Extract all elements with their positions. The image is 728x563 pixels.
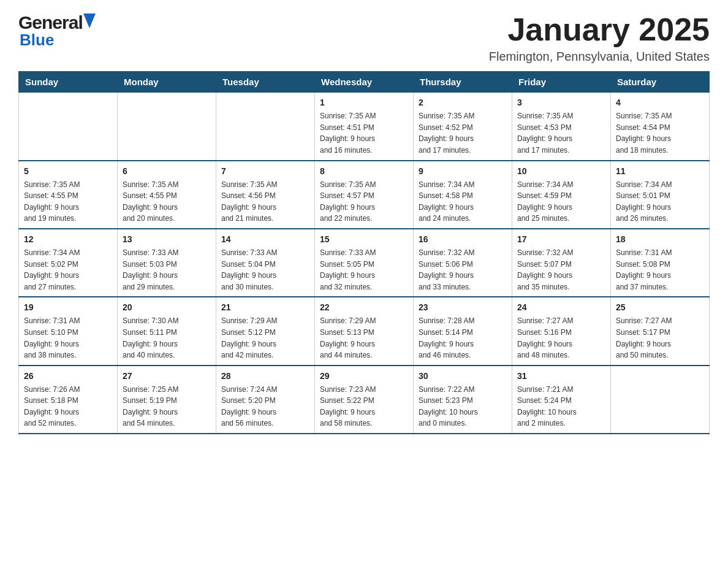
calendar-cell: 20Sunrise: 7:30 AM Sunset: 5:11 PM Dayli… xyxy=(118,297,216,365)
day-info: Sunrise: 7:29 AM Sunset: 5:13 PM Dayligh… xyxy=(320,315,408,361)
calendar-title: January 2025 xyxy=(489,12,710,47)
calendar-cell: 7Sunrise: 7:35 AM Sunset: 4:56 PM Daylig… xyxy=(216,161,315,229)
calendar-cell: 14Sunrise: 7:33 AM Sunset: 5:04 PM Dayli… xyxy=(216,229,315,297)
day-number: 20 xyxy=(123,301,211,314)
day-info: Sunrise: 7:22 AM Sunset: 5:23 PM Dayligh… xyxy=(419,384,507,429)
day-number: 22 xyxy=(320,301,408,314)
day-number: 6 xyxy=(123,165,211,178)
day-number: 31 xyxy=(517,370,605,383)
day-info: Sunrise: 7:35 AM Sunset: 4:55 PM Dayligh… xyxy=(123,179,211,224)
calendar-table: SundayMondayTuesdayWednesdayThursdayFrid… xyxy=(18,71,710,434)
calendar-cell: 24Sunrise: 7:27 AM Sunset: 5:16 PM Dayli… xyxy=(512,297,611,365)
day-number: 1 xyxy=(320,96,408,109)
day-info: Sunrise: 7:21 AM Sunset: 5:24 PM Dayligh… xyxy=(517,384,605,429)
day-info: Sunrise: 7:28 AM Sunset: 5:14 PM Dayligh… xyxy=(419,315,507,361)
logo-blue-text: Blue xyxy=(18,31,54,50)
calendar-cell: 26Sunrise: 7:26 AM Sunset: 5:18 PM Dayli… xyxy=(19,366,118,434)
day-number: 23 xyxy=(419,301,507,314)
day-number: 4 xyxy=(616,96,704,109)
calendar-cell: 29Sunrise: 7:23 AM Sunset: 5:22 PM Dayli… xyxy=(315,366,414,434)
day-number: 8 xyxy=(320,165,408,178)
day-number: 17 xyxy=(517,233,605,246)
calendar-cell: 13Sunrise: 7:33 AM Sunset: 5:03 PM Dayli… xyxy=(118,229,216,297)
calendar-cell: 8Sunrise: 7:35 AM Sunset: 4:57 PM Daylig… xyxy=(315,161,414,229)
day-info: Sunrise: 7:31 AM Sunset: 5:08 PM Dayligh… xyxy=(616,247,704,293)
calendar-cell: 21Sunrise: 7:29 AM Sunset: 5:12 PM Dayli… xyxy=(216,297,315,365)
svg-marker-0 xyxy=(83,13,96,28)
day-number: 14 xyxy=(221,233,309,246)
logo: General Blue xyxy=(18,12,96,50)
day-number: 5 xyxy=(24,165,112,178)
day-info: Sunrise: 7:35 AM Sunset: 4:53 PM Dayligh… xyxy=(517,110,605,156)
calendar-cell: 30Sunrise: 7:22 AM Sunset: 5:23 PM Dayli… xyxy=(414,366,512,434)
day-number: 26 xyxy=(24,370,112,383)
day-number: 25 xyxy=(616,301,704,314)
day-header-thursday: Thursday xyxy=(414,72,512,93)
logo-general-text: General xyxy=(18,12,83,33)
day-header-tuesday: Tuesday xyxy=(216,72,315,93)
calendar-cell: 4Sunrise: 7:35 AM Sunset: 4:54 PM Daylig… xyxy=(611,93,710,161)
day-number: 18 xyxy=(616,233,704,246)
day-info: Sunrise: 7:26 AM Sunset: 5:18 PM Dayligh… xyxy=(24,384,112,429)
day-info: Sunrise: 7:24 AM Sunset: 5:20 PM Dayligh… xyxy=(221,384,309,429)
day-number: 24 xyxy=(517,301,605,314)
day-header-wednesday: Wednesday xyxy=(315,72,414,93)
calendar-cell: 9Sunrise: 7:34 AM Sunset: 4:58 PM Daylig… xyxy=(414,161,512,229)
calendar-cell: 22Sunrise: 7:29 AM Sunset: 5:13 PM Dayli… xyxy=(315,297,414,365)
calendar-cell xyxy=(118,93,216,161)
calendar-header-row: SundayMondayTuesdayWednesdayThursdayFrid… xyxy=(19,72,710,93)
day-number: 10 xyxy=(517,165,605,178)
day-number: 29 xyxy=(320,370,408,383)
day-info: Sunrise: 7:23 AM Sunset: 5:22 PM Dayligh… xyxy=(320,384,408,429)
calendar-cell: 23Sunrise: 7:28 AM Sunset: 5:14 PM Dayli… xyxy=(414,297,512,365)
calendar-week-row: 1Sunrise: 7:35 AM Sunset: 4:51 PM Daylig… xyxy=(19,93,710,161)
day-number: 12 xyxy=(24,233,112,246)
day-info: Sunrise: 7:33 AM Sunset: 5:04 PM Dayligh… xyxy=(221,247,309,293)
day-info: Sunrise: 7:34 AM Sunset: 4:59 PM Dayligh… xyxy=(517,179,605,224)
calendar-cell: 18Sunrise: 7:31 AM Sunset: 5:08 PM Dayli… xyxy=(611,229,710,297)
calendar-cell: 10Sunrise: 7:34 AM Sunset: 4:59 PM Dayli… xyxy=(512,161,611,229)
calendar-cell: 19Sunrise: 7:31 AM Sunset: 5:10 PM Dayli… xyxy=(19,297,118,365)
calendar-cell: 17Sunrise: 7:32 AM Sunset: 5:07 PM Dayli… xyxy=(512,229,611,297)
day-number: 30 xyxy=(419,370,507,383)
title-block: January 2025 Flemington, Pennsylvania, U… xyxy=(489,12,710,64)
calendar-cell xyxy=(19,93,118,161)
day-info: Sunrise: 7:34 AM Sunset: 4:58 PM Dayligh… xyxy=(419,179,507,224)
day-number: 19 xyxy=(24,301,112,314)
calendar-week-row: 26Sunrise: 7:26 AM Sunset: 5:18 PM Dayli… xyxy=(19,366,710,434)
day-info: Sunrise: 7:31 AM Sunset: 5:10 PM Dayligh… xyxy=(24,315,112,361)
calendar-cell: 27Sunrise: 7:25 AM Sunset: 5:19 PM Dayli… xyxy=(118,366,216,434)
day-number: 21 xyxy=(221,301,309,314)
day-info: Sunrise: 7:27 AM Sunset: 5:16 PM Dayligh… xyxy=(517,315,605,361)
day-info: Sunrise: 7:33 AM Sunset: 5:03 PM Dayligh… xyxy=(123,247,211,293)
day-info: Sunrise: 7:35 AM Sunset: 4:51 PM Dayligh… xyxy=(320,110,408,156)
calendar-cell: 28Sunrise: 7:24 AM Sunset: 5:20 PM Dayli… xyxy=(216,366,315,434)
calendar-cell: 5Sunrise: 7:35 AM Sunset: 4:55 PM Daylig… xyxy=(19,161,118,229)
day-info: Sunrise: 7:35 AM Sunset: 4:54 PM Dayligh… xyxy=(616,110,704,156)
day-number: 28 xyxy=(221,370,309,383)
day-info: Sunrise: 7:35 AM Sunset: 4:55 PM Dayligh… xyxy=(24,179,112,224)
day-number: 3 xyxy=(517,96,605,109)
calendar-cell: 31Sunrise: 7:21 AM Sunset: 5:24 PM Dayli… xyxy=(512,366,611,434)
day-number: 7 xyxy=(221,165,309,178)
day-number: 15 xyxy=(320,233,408,246)
day-info: Sunrise: 7:32 AM Sunset: 5:07 PM Dayligh… xyxy=(517,247,605,293)
day-info: Sunrise: 7:29 AM Sunset: 5:12 PM Dayligh… xyxy=(221,315,309,361)
calendar-week-row: 12Sunrise: 7:34 AM Sunset: 5:02 PM Dayli… xyxy=(19,229,710,297)
day-number: 2 xyxy=(419,96,507,109)
day-header-saturday: Saturday xyxy=(611,72,710,93)
calendar-cell: 6Sunrise: 7:35 AM Sunset: 4:55 PM Daylig… xyxy=(118,161,216,229)
calendar-cell: 3Sunrise: 7:35 AM Sunset: 4:53 PM Daylig… xyxy=(512,93,611,161)
calendar-cell: 1Sunrise: 7:35 AM Sunset: 4:51 PM Daylig… xyxy=(315,93,414,161)
day-info: Sunrise: 7:35 AM Sunset: 4:56 PM Dayligh… xyxy=(221,179,309,224)
day-info: Sunrise: 7:33 AM Sunset: 5:05 PM Dayligh… xyxy=(320,247,408,293)
day-number: 27 xyxy=(123,370,211,383)
calendar-cell: 15Sunrise: 7:33 AM Sunset: 5:05 PM Dayli… xyxy=(315,229,414,297)
calendar-cell xyxy=(216,93,315,161)
calendar-cell: 11Sunrise: 7:34 AM Sunset: 5:01 PM Dayli… xyxy=(611,161,710,229)
day-number: 9 xyxy=(419,165,507,178)
day-number: 16 xyxy=(419,233,507,246)
calendar-cell xyxy=(611,366,710,434)
calendar-cell: 16Sunrise: 7:32 AM Sunset: 5:06 PM Dayli… xyxy=(414,229,512,297)
day-info: Sunrise: 7:30 AM Sunset: 5:11 PM Dayligh… xyxy=(123,315,211,361)
